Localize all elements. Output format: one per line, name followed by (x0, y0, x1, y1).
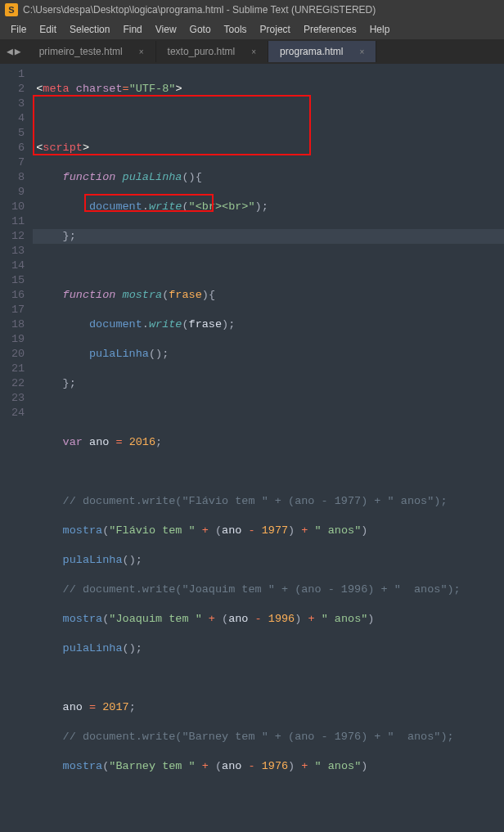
menu-selection[interactable]: Selection (63, 22, 116, 37)
tab-nav-right-icon[interactable]: ▶ (15, 45, 21, 58)
menu-edit[interactable]: Edit (33, 22, 63, 37)
menu-project[interactable]: Project (254, 22, 297, 37)
tab-close-icon[interactable]: × (139, 47, 144, 56)
menu-file[interactable]: File (4, 22, 33, 37)
sublime-menubar: File Edit Selection Find View Goto Tools… (0, 20, 504, 39)
window-title: C:\Users\despa\Desktop\logica\programa.h… (23, 4, 376, 16)
sublime-titlebar[interactable]: S C:\Users\despa\Desktop\logica\programa… (0, 0, 504, 20)
tab-label: texto_puro.html (168, 46, 236, 57)
menu-tools[interactable]: Tools (218, 22, 254, 37)
tab-close-icon[interactable]: × (359, 47, 364, 56)
tab-nav-left-icon[interactable]: ◀ (7, 45, 13, 58)
code-content[interactable]: <meta charset="UTF-8"> <script> function… (33, 64, 504, 832)
line-gutter: 123456789101112131415161718192021222324 (0, 64, 33, 832)
menu-view[interactable]: View (149, 22, 183, 37)
menu-goto[interactable]: Goto (183, 22, 218, 37)
editor-area[interactable]: 123456789101112131415161718192021222324 … (0, 64, 504, 832)
sublime-window: S C:\Users\despa\Desktop\logica\programa… (0, 0, 504, 832)
menu-preferences[interactable]: Preferences (297, 22, 363, 37)
tab-primeiro-teste[interactable]: primeiro_teste.html × (28, 41, 156, 62)
sublime-app-icon: S (5, 3, 18, 16)
tab-texto-puro[interactable]: texto_puro.html × (156, 41, 269, 62)
tab-label: programa.html (280, 46, 343, 57)
tab-programa[interactable]: programa.html × (268, 41, 376, 62)
sublime-tabbar: ◀ ▶ primeiro_teste.html × texto_puro.htm… (0, 39, 504, 64)
menu-find[interactable]: Find (116, 22, 148, 37)
menu-help[interactable]: Help (363, 22, 397, 37)
tab-label: primeiro_teste.html (39, 46, 123, 57)
tab-close-icon[interactable]: × (251, 47, 256, 56)
